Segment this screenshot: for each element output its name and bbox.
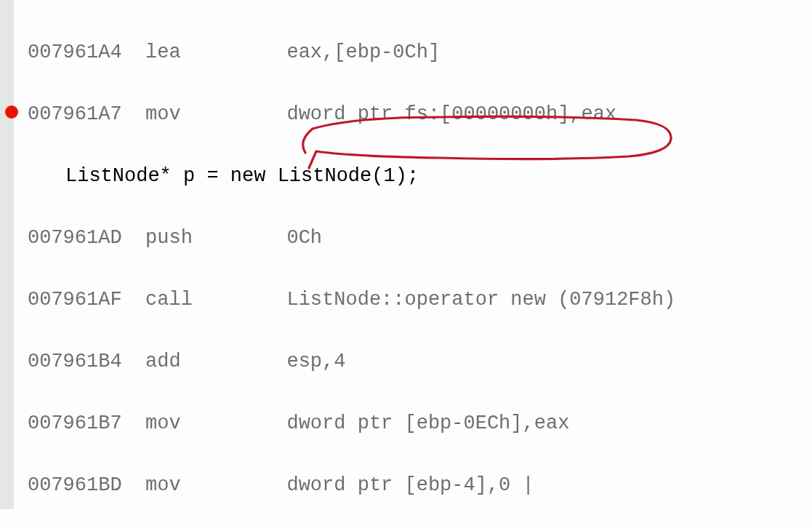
- opcode: add: [145, 351, 181, 372]
- disassembly-view[interactable]: 007961A4 lea eax,[ebp-0Ch] 007961A7 mov …: [28, 6, 812, 531]
- operand: dword ptr [ebp-4],0 |: [286, 474, 534, 496]
- operand: eax,[ebp-0Ch]: [286, 41, 440, 63]
- opcode: lea: [145, 41, 181, 63]
- address: 007961BD: [28, 474, 122, 496]
- asm-line: 007961AF call ListNode::operator new (07…: [28, 284, 812, 316]
- asm-line: 007961A7 mov dword ptr fs:[00000000h],ea…: [28, 99, 812, 130]
- asm-line: 007961BD mov dword ptr [ebp-4],0 |: [28, 470, 812, 501]
- opcode: mov: [145, 103, 181, 125]
- gutter: [0, 0, 14, 509]
- asm-line: 007961A4 lea eax,[ebp-0Ch]: [28, 37, 812, 68]
- opcode: call: [145, 289, 193, 311]
- asm-line: 007961B4 add esp,4: [28, 346, 812, 378]
- asm-line: 007961AD push 0Ch: [28, 223, 812, 254]
- address: 007961B7: [28, 412, 122, 434]
- operand: esp,4: [286, 351, 345, 372]
- margin: [14, 0, 28, 509]
- opcode: push: [145, 227, 193, 249]
- asm-line: 007961B7 mov dword ptr [ebp-0ECh],eax: [28, 408, 812, 439]
- operand: 0Ch: [286, 227, 322, 249]
- address: 007961AD: [28, 227, 122, 249]
- address: 007961A7: [28, 103, 122, 125]
- address: 007961A4: [28, 41, 122, 63]
- address: 007961AF: [28, 289, 122, 311]
- operand: dword ptr [ebp-0ECh],eax: [286, 412, 569, 434]
- breakpoint-icon[interactable]: [5, 105, 18, 119]
- opcode: mov: [145, 412, 181, 434]
- operand: dword ptr fs:[00000000h],eax: [286, 103, 616, 125]
- address: 007961B4: [28, 351, 122, 372]
- operand: ListNode::operator new (07912F8h): [286, 289, 675, 311]
- source-line: ListNode* p = new ListNode(1);: [65, 161, 812, 192]
- opcode: mov: [145, 474, 181, 496]
